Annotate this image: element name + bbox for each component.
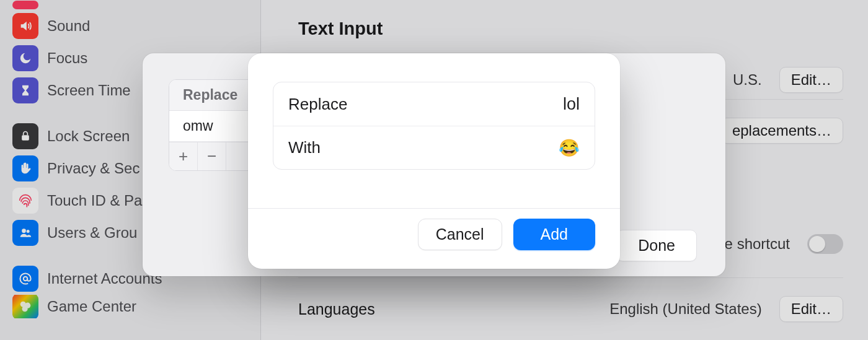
sidebar-item-unknown[interactable] [9,0,252,10]
minus-icon: − [207,147,216,166]
shortcut-toggle[interactable] [807,234,843,254]
at-icon [12,266,38,292]
edit-input-sources-button[interactable]: Edit… [779,67,843,93]
add-row-button[interactable]: + [169,142,198,171]
unknown-icon [12,1,38,9]
users-icon [12,220,38,246]
sidebar-item-sound[interactable]: Sound [9,10,252,42]
sidebar-item-label: Lock Screen [47,128,130,145]
sidebar-item-label: Privacy & Sec [47,160,140,177]
lock-icon [12,123,38,149]
sound-icon [12,13,38,39]
sidebar-item-label: Internet Accounts [47,270,162,287]
svg-point-2 [27,230,30,233]
replace-field-row[interactable]: Replace lol [273,82,595,126]
input-sources-value: U.S. [733,71,762,89]
languages-label: Languages [298,300,375,318]
sidebar-item-label: Sound [47,17,90,35]
row-languages: Languages English (United States) Edit… [298,296,843,322]
svg-point-1 [22,229,26,233]
languages-value: English (United States) [609,300,761,318]
replace-value[interactable]: lol [563,95,580,114]
plus-icon: + [179,147,188,166]
sidebar-item-label: Game Center [47,298,136,315]
with-value[interactable]: 😂 [559,138,580,158]
moon-icon [12,45,38,71]
remove-row-button[interactable]: − [198,142,226,171]
sidebar-item-label: Users & Grou [47,224,137,242]
modal-divider [248,208,620,209]
game-icon [12,295,38,318]
replace-label: Replace [288,95,347,114]
add-button[interactable]: Add [513,219,595,250]
section-title: Text Input [298,19,383,39]
fingerprint-icon [12,188,38,214]
sidebar-item-label: Screen Time [47,82,131,99]
divider [298,277,843,278]
text-replacements-button[interactable]: eplacements… [720,118,843,144]
shortcut-label: e shortcut [725,235,790,253]
with-label: With [288,138,321,157]
done-button[interactable]: Done [616,230,697,261]
col-replace-header: Replace [183,87,237,103]
sidebar-item-label: Focus [47,50,87,67]
add-replacement-modal: Replace lol With 😂 Cancel Add [248,53,620,269]
edit-languages-button[interactable]: Edit… [779,296,843,322]
with-field-row[interactable]: With 😂 [273,126,595,169]
hourglass-icon [12,77,38,103]
cancel-button[interactable]: Cancel [418,219,502,250]
sidebar-item-game-center[interactable]: Game Center [9,295,252,318]
sidebar-item-label: Touch ID & Pa [47,192,142,209]
svg-rect-0 [22,135,29,140]
cell-replace: omw [183,118,213,134]
replacement-form: Replace lol With 😂 [273,82,595,170]
hand-icon [12,155,38,181]
svg-point-6 [22,306,28,312]
